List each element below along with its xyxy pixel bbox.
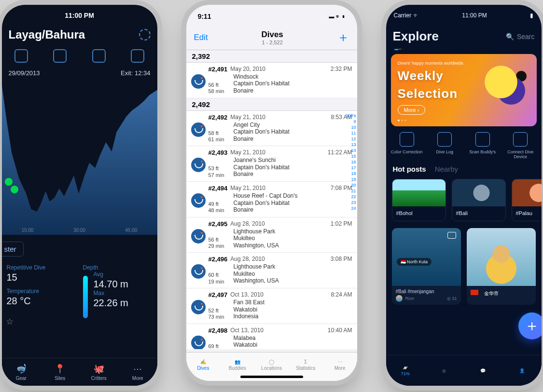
repetitive-value: 15 bbox=[7, 272, 76, 283]
depth-chart[interactable]: 15:00 30:00 45:00 bbox=[2, 81, 157, 235]
quick-dive-log[interactable]: Dive Log bbox=[427, 132, 462, 159]
dive-row[interactable]: #2,492May 21, 20108:53 AM58 ft61 minAnge… bbox=[186, 111, 357, 147]
location-chip: 🇮🇩 North Kuta bbox=[397, 258, 432, 266]
status-bar: Carrier ᯤ 11:00 PM ▮ bbox=[386, 5, 542, 26]
dive-row[interactable]: #2,491May 20, 20102:32 PM56 ft58 minWind… bbox=[186, 63, 357, 98]
favorite-star-icon[interactable]: ☆ bbox=[6, 316, 153, 327]
photo-marker-icon[interactable] bbox=[5, 178, 13, 186]
chart-icon[interactable] bbox=[14, 49, 28, 63]
hot-card-bali[interactable]: #Bali bbox=[452, 179, 506, 221]
gas-selector[interactable]: ster bbox=[2, 242, 24, 257]
feed-caption: #Bali #menjangan bbox=[392, 286, 461, 295]
color-correction-icon bbox=[400, 132, 414, 147]
notes-icon[interactable] bbox=[92, 49, 106, 63]
tab-nearby[interactable]: Nearby bbox=[435, 165, 458, 173]
tab-sites[interactable]: 📍Sites bbox=[41, 358, 80, 386]
dive-row[interactable]: #2,494May 21, 20107:08 PM49 ft48 minHous… bbox=[186, 182, 357, 217]
search-icon: 🔍 bbox=[506, 33, 514, 41]
tab-activity[interactable]: ◎ bbox=[425, 355, 464, 386]
dives-list[interactable]: 2,392 #2,491May 20, 20102:32 PM56 ft58 m… bbox=[186, 50, 357, 349]
dive-icon bbox=[191, 74, 206, 89]
chart-meta: 29/09/2013 Exit: 12:34 bbox=[2, 68, 157, 81]
hot-card-bohol[interactable]: #Bohol bbox=[392, 179, 446, 221]
tab-gear[interactable]: 🤿Gear bbox=[2, 358, 41, 386]
tab-explore[interactable]: 🪐71% bbox=[386, 355, 425, 386]
video-icon bbox=[447, 232, 456, 239]
repetitive-label: Repetitive Dive bbox=[7, 264, 76, 271]
nudibranch-image bbox=[474, 59, 537, 117]
avg-depth-value: 14.70 m bbox=[94, 279, 153, 290]
settings-target-icon[interactable] bbox=[139, 29, 151, 41]
dive-icon bbox=[191, 193, 206, 208]
add-dive-button[interactable]: ＋ bbox=[337, 29, 349, 46]
pencil-icon bbox=[437, 132, 452, 147]
search-input[interactable]: 🔍 Searc bbox=[506, 33, 535, 41]
tab-hot-posts[interactable]: Hot posts bbox=[393, 165, 426, 173]
exit-time: Exit: 12:34 bbox=[121, 69, 150, 77]
quick-color-correction[interactable]: Color Correction bbox=[390, 132, 424, 159]
dive-row[interactable]: #2,497Oct 13, 20108:24 AM52 ft73 minFan … bbox=[186, 288, 357, 324]
feed-image bbox=[467, 228, 536, 286]
hero-more-button[interactable]: More › bbox=[398, 105, 426, 115]
feed-author[interactable]: Rion ◎ 31 bbox=[392, 295, 461, 305]
dive-log-list-app: 9:11 ▬ ᯤ ▮ Edit Dives 1 - 2,522 ＋ 2,392 … bbox=[186, 5, 357, 381]
dive-icon bbox=[191, 122, 206, 137]
dive-site-title: Layag/Bahura bbox=[9, 28, 139, 41]
stats-panel: Repetitive Dive 15 Temperature 28 °C Dep… bbox=[2, 261, 157, 311]
status-bar: 9:11 ▬ ᯤ ▮ bbox=[186, 5, 357, 28]
index-bar[interactable]: 100's9101112131415161718192021222324 bbox=[346, 113, 356, 211]
nav-title: Dives bbox=[208, 30, 337, 40]
dive-icon bbox=[191, 229, 206, 243]
tab-statistics[interactable]: ΣStatistics bbox=[289, 352, 323, 377]
dive-date: 29/09/2013 bbox=[9, 69, 40, 77]
depth-gradient-bar bbox=[83, 276, 88, 318]
tab-profile[interactable]: 👤 bbox=[502, 355, 542, 386]
feed-grid[interactable]: 🇮🇩 North Kuta #Bali #menjangan Rion ◎ 31… bbox=[386, 228, 542, 305]
tab-more[interactable]: ⋯More bbox=[323, 352, 357, 377]
tab-buddies[interactable]: 👥Buddies bbox=[220, 352, 254, 377]
tab-critters[interactable]: 🐙Critters bbox=[80, 358, 119, 386]
hero-banner[interactable]: Divers' happy moments worldwide. Weekly … bbox=[391, 54, 537, 126]
feed-card[interactable]: 金华市 bbox=[467, 228, 536, 305]
camera-icon[interactable] bbox=[131, 49, 144, 63]
nav-subtitle: 1 - 2,522 bbox=[208, 40, 337, 45]
quick-connect-device[interactable]: Connect Dive Device bbox=[503, 132, 538, 159]
depth-label: Depth bbox=[83, 264, 153, 271]
tab-more[interactable]: ⋯More bbox=[118, 358, 157, 386]
carousel-dots[interactable]: ● ● ● bbox=[398, 118, 407, 122]
flag-cn-icon bbox=[471, 290, 478, 295]
status-time: 11:00 PM bbox=[462, 12, 487, 19]
spiral-icon: ◎ bbox=[425, 368, 464, 373]
avg-label: Avg bbox=[94, 271, 153, 278]
nav-bar: Edit Dives 1 - 2,522 ＋ bbox=[186, 28, 357, 50]
hot-destinations[interactable]: #Bohol #Bali #Palau bbox=[386, 173, 542, 228]
status-time: 11:00 PM bbox=[65, 12, 94, 19]
hot-card-palau[interactable]: #Palau bbox=[512, 179, 542, 221]
feed-card[interactable]: 🇮🇩 North Kuta #Bali #menjangan Rion ◎ 31 bbox=[392, 228, 461, 305]
add-post-fab[interactable]: ＋ bbox=[518, 312, 542, 339]
quick-actions: Color Correction Dive Log Scan Buddy's C… bbox=[388, 132, 540, 159]
edit-button[interactable]: Edit bbox=[194, 33, 208, 42]
x-axis-labels: 15:00 30:00 45:00 bbox=[2, 228, 157, 233]
tab-locations[interactable]: ◯Locations bbox=[254, 352, 289, 377]
dive-row[interactable]: #2,493May 21, 201011:22 AM53 ft57 minJoa… bbox=[186, 146, 357, 182]
quick-scan-buddy[interactable]: Scan Buddy's bbox=[465, 132, 500, 159]
dive-row[interactable]: #2,498Oct 13, 201010:40 AM69 ft54 minMal… bbox=[186, 324, 357, 349]
avatar bbox=[396, 295, 403, 302]
temperature-value: 28 °C bbox=[7, 296, 76, 307]
dive-row[interactable]: #2,496Aug 28, 20103:08 PM60 ft19 minLigh… bbox=[186, 253, 357, 288]
status-bar: 11:00 PM bbox=[2, 5, 157, 26]
dive-row[interactable]: #2,495Aug 28, 20101:02 PM56 ft29 minLigh… bbox=[186, 217, 357, 253]
feed-tabs: Hot posts Nearby bbox=[386, 165, 542, 173]
home-indicator[interactable] bbox=[240, 376, 303, 378]
chat-icon: 💬 bbox=[464, 368, 503, 373]
tank-icon[interactable] bbox=[53, 49, 67, 63]
tab-dives[interactable]: ✍Dives bbox=[186, 352, 221, 377]
tab-messages[interactable]: 💬 bbox=[464, 355, 503, 386]
carrier-label: Carrier bbox=[394, 12, 412, 19]
title-row: Layag/Bahura bbox=[2, 26, 157, 46]
photo-marker-icon[interactable] bbox=[11, 186, 18, 193]
tab-bar: 🤿Gear 📍Sites 🐙Critters ⋯More bbox=[2, 358, 157, 386]
tab-bar: 🪐71% ◎ 💬 👤 bbox=[386, 355, 542, 386]
temperature-label: Temperature bbox=[7, 288, 76, 295]
